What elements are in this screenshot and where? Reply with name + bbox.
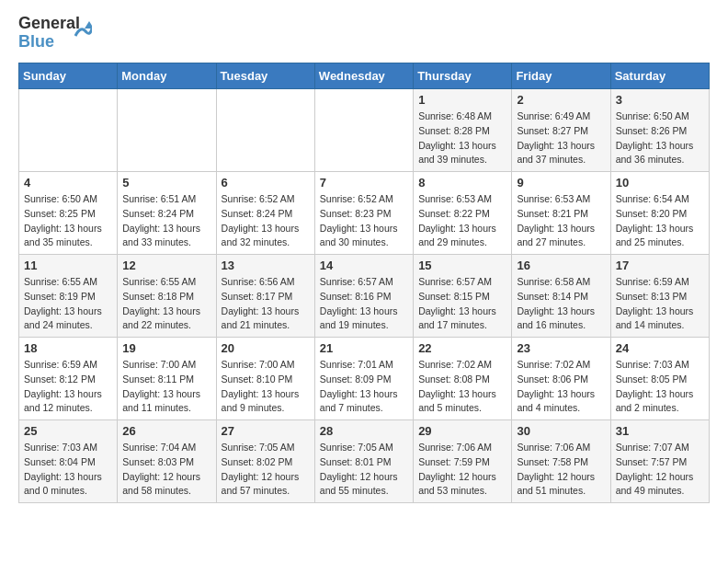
- calendar-cell: 6Sunrise: 6:52 AMSunset: 8:24 PMDaylight…: [216, 172, 314, 255]
- calendar-cell: 13Sunrise: 6:56 AMSunset: 8:17 PMDayligh…: [216, 255, 314, 338]
- calendar-cell: 9Sunrise: 6:53 AMSunset: 8:21 PMDaylight…: [512, 172, 610, 255]
- day-info: Sunrise: 7:06 AMSunset: 7:58 PMDaylight:…: [517, 441, 605, 499]
- weekday-header-tuesday: Tuesday: [216, 63, 314, 89]
- weekday-header-thursday: Thursday: [414, 63, 512, 89]
- weekday-header-monday: Monday: [118, 63, 216, 89]
- calendar-cell: [19, 89, 118, 172]
- logo-graphic: General Blue: [18, 15, 72, 53]
- day-info: Sunrise: 6:49 AMSunset: 8:27 PMDaylight:…: [517, 109, 605, 167]
- day-number: 19: [122, 341, 210, 355]
- calendar-cell: 10Sunrise: 6:54 AMSunset: 8:20 PMDayligh…: [610, 172, 709, 255]
- day-info: Sunrise: 6:55 AMSunset: 8:19 PMDaylight:…: [24, 275, 112, 333]
- calendar-cell: 18Sunrise: 6:59 AMSunset: 8:12 PMDayligh…: [19, 338, 118, 420]
- day-number: 3: [616, 93, 704, 107]
- calendar-cell: 17Sunrise: 6:59 AMSunset: 8:13 PMDayligh…: [610, 255, 709, 338]
- day-info: Sunrise: 7:00 AMSunset: 8:10 PMDaylight:…: [222, 358, 310, 416]
- day-number: 21: [320, 341, 408, 355]
- day-number: 17: [616, 259, 704, 272]
- day-number: 1: [418, 93, 506, 107]
- calendar-cell: [314, 89, 413, 172]
- calendar-week-row: 25Sunrise: 7:03 AMSunset: 8:04 PMDayligh…: [19, 420, 710, 503]
- day-number: 22: [418, 341, 506, 355]
- day-info: Sunrise: 6:51 AMSunset: 8:24 PMDaylight:…: [122, 192, 210, 250]
- day-number: 16: [517, 259, 605, 272]
- day-number: 29: [418, 424, 506, 438]
- calendar-cell: 19Sunrise: 7:00 AMSunset: 8:11 PMDayligh…: [118, 338, 216, 420]
- day-info: Sunrise: 7:06 AMSunset: 7:59 PMDaylight:…: [418, 441, 506, 499]
- day-number: 12: [122, 259, 210, 272]
- calendar-cell: 15Sunrise: 6:57 AMSunset: 8:15 PMDayligh…: [414, 255, 512, 338]
- calendar-cell: 27Sunrise: 7:05 AMSunset: 8:02 PMDayligh…: [216, 420, 314, 503]
- calendar-cell: 7Sunrise: 6:52 AMSunset: 8:23 PMDaylight…: [314, 172, 413, 255]
- weekday-header-wednesday: Wednesday: [314, 63, 413, 89]
- day-number: 28: [320, 424, 408, 438]
- calendar-cell: 14Sunrise: 6:57 AMSunset: 8:16 PMDayligh…: [314, 255, 413, 338]
- day-info: Sunrise: 6:56 AMSunset: 8:17 PMDaylight:…: [222, 275, 310, 333]
- day-info: Sunrise: 7:04 AMSunset: 8:03 PMDaylight:…: [122, 441, 210, 499]
- calendar-header: SundayMondayTuesdayWednesdayThursdayFrid…: [19, 63, 710, 89]
- logo: General Blue: [18, 15, 92, 53]
- day-info: Sunrise: 6:52 AMSunset: 8:23 PMDaylight:…: [320, 192, 408, 250]
- calendar-cell: 26Sunrise: 7:04 AMSunset: 8:03 PMDayligh…: [118, 420, 216, 503]
- calendar-cell: 3Sunrise: 6:50 AMSunset: 8:26 PMDaylight…: [610, 89, 709, 172]
- page-header: General Blue: [18, 15, 710, 53]
- logo-blue: Blue: [18, 33, 72, 52]
- day-number: 23: [517, 341, 605, 355]
- calendar-table: SundayMondayTuesdayWednesdayThursdayFrid…: [18, 63, 710, 503]
- calendar-week-row: 11Sunrise: 6:55 AMSunset: 8:19 PMDayligh…: [19, 255, 710, 338]
- day-info: Sunrise: 6:48 AMSunset: 8:28 PMDaylight:…: [418, 109, 506, 167]
- calendar-cell: 23Sunrise: 7:02 AMSunset: 8:06 PMDayligh…: [512, 338, 610, 420]
- day-number: 2: [517, 93, 605, 107]
- calendar-cell: 16Sunrise: 6:58 AMSunset: 8:14 PMDayligh…: [512, 255, 610, 338]
- day-info: Sunrise: 6:50 AMSunset: 8:25 PMDaylight:…: [24, 192, 112, 250]
- calendar-cell: 29Sunrise: 7:06 AMSunset: 7:59 PMDayligh…: [414, 420, 512, 503]
- calendar-cell: 8Sunrise: 6:53 AMSunset: 8:22 PMDaylight…: [414, 172, 512, 255]
- day-info: Sunrise: 6:57 AMSunset: 8:15 PMDaylight:…: [418, 275, 506, 333]
- day-number: 25: [24, 424, 112, 438]
- day-info: Sunrise: 6:57 AMSunset: 8:16 PMDaylight:…: [320, 275, 408, 333]
- calendar-cell: 12Sunrise: 6:55 AMSunset: 8:18 PMDayligh…: [118, 255, 216, 338]
- calendar-cell: 20Sunrise: 7:00 AMSunset: 8:10 PMDayligh…: [216, 338, 314, 420]
- calendar-cell: 31Sunrise: 7:07 AMSunset: 7:57 PMDayligh…: [610, 420, 709, 503]
- day-info: Sunrise: 6:52 AMSunset: 8:24 PMDaylight:…: [222, 192, 310, 250]
- day-number: 24: [616, 341, 704, 355]
- day-info: Sunrise: 7:05 AMSunset: 8:01 PMDaylight:…: [320, 441, 408, 499]
- logo-container: General Blue: [18, 15, 92, 53]
- day-number: 26: [122, 424, 210, 438]
- weekday-header-friday: Friday: [512, 63, 610, 89]
- day-number: 11: [24, 259, 112, 272]
- calendar-week-row: 4Sunrise: 6:50 AMSunset: 8:25 PMDaylight…: [19, 172, 710, 255]
- calendar-cell: [216, 89, 314, 172]
- day-number: 13: [222, 259, 310, 272]
- calendar-week-row: 18Sunrise: 6:59 AMSunset: 8:12 PMDayligh…: [19, 338, 710, 420]
- day-info: Sunrise: 6:59 AMSunset: 8:12 PMDaylight:…: [24, 358, 112, 416]
- day-number: 9: [517, 176, 605, 190]
- calendar-cell: 24Sunrise: 7:03 AMSunset: 8:05 PMDayligh…: [610, 338, 709, 420]
- weekday-header-sunday: Sunday: [19, 63, 118, 89]
- day-info: Sunrise: 6:55 AMSunset: 8:18 PMDaylight:…: [122, 275, 210, 333]
- day-info: Sunrise: 7:03 AMSunset: 8:05 PMDaylight:…: [616, 358, 704, 416]
- logo-general: General: [18, 15, 72, 33]
- day-info: Sunrise: 7:00 AMSunset: 8:11 PMDaylight:…: [122, 358, 210, 416]
- weekday-header-row: SundayMondayTuesdayWednesdayThursdayFrid…: [19, 63, 710, 89]
- day-info: Sunrise: 6:58 AMSunset: 8:14 PMDaylight:…: [517, 275, 605, 333]
- day-info: Sunrise: 6:53 AMSunset: 8:22 PMDaylight:…: [418, 192, 506, 250]
- day-info: Sunrise: 6:54 AMSunset: 8:20 PMDaylight:…: [616, 192, 704, 250]
- day-info: Sunrise: 7:07 AMSunset: 7:57 PMDaylight:…: [616, 441, 704, 499]
- day-number: 7: [320, 176, 408, 190]
- day-number: 18: [24, 341, 112, 355]
- calendar-cell: 5Sunrise: 6:51 AMSunset: 8:24 PMDaylight…: [118, 172, 216, 255]
- day-number: 30: [517, 424, 605, 438]
- weekday-header-saturday: Saturday: [610, 63, 709, 89]
- day-info: Sunrise: 7:01 AMSunset: 8:09 PMDaylight:…: [320, 358, 408, 416]
- calendar-cell: 11Sunrise: 6:55 AMSunset: 8:19 PMDayligh…: [19, 255, 118, 338]
- day-number: 10: [616, 176, 704, 190]
- day-number: 31: [616, 424, 704, 438]
- day-number: 6: [222, 176, 310, 190]
- calendar-body: 1Sunrise: 6:48 AMSunset: 8:28 PMDaylight…: [19, 89, 710, 503]
- calendar-cell: 1Sunrise: 6:48 AMSunset: 8:28 PMDaylight…: [414, 89, 512, 172]
- calendar-cell: 28Sunrise: 7:05 AMSunset: 8:01 PMDayligh…: [314, 420, 413, 503]
- day-number: 5: [122, 176, 210, 190]
- day-number: 15: [418, 259, 506, 272]
- calendar-cell: 2Sunrise: 6:49 AMSunset: 8:27 PMDaylight…: [512, 89, 610, 172]
